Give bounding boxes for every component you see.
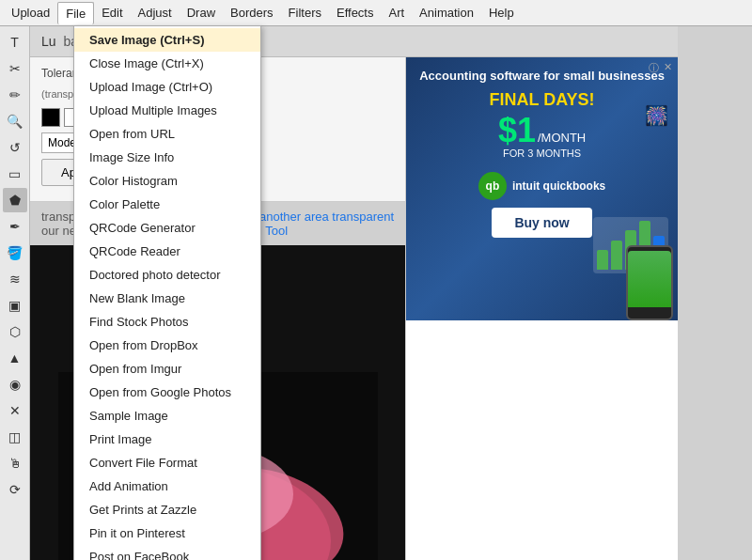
ad-title: Accounting software for small businesses bbox=[419, 69, 665, 83]
menu-item-facebook[interactable]: Post on FaceBook bbox=[74, 545, 260, 560]
qb-text: intuit quickbooks bbox=[512, 179, 605, 193]
menu-item-upload[interactable]: Upload Image (Ctrl+O) bbox=[74, 75, 260, 99]
swatch-black[interactable] bbox=[41, 108, 60, 127]
menu-item-sample[interactable]: Sample Image bbox=[74, 404, 260, 428]
ad-price-period: /MONTH bbox=[538, 131, 586, 145]
menu-item-qrcode-gen[interactable]: QRCode Generator bbox=[74, 216, 260, 240]
menu-item-close[interactable]: Close Image (Ctrl+X) bbox=[74, 52, 260, 75]
file-dropdown-menu: Save Image (Ctrl+S) Close Image (Ctrl+X)… bbox=[73, 25, 261, 560]
menu-item-qrcode-reader[interactable]: QRCode Reader bbox=[74, 240, 260, 263]
menu-help[interactable]: Help bbox=[481, 2, 522, 23]
tool-zoom[interactable]: 🔍 bbox=[3, 109, 27, 133]
right-panel: ⓘ ✕ Accounting software for small busine… bbox=[405, 57, 678, 560]
menu-art[interactable]: Art bbox=[381, 2, 412, 23]
tool-extra3[interactable]: ◫ bbox=[3, 425, 27, 449]
menu-effects[interactable]: Effects bbox=[329, 2, 382, 23]
chart-bar-1 bbox=[597, 250, 608, 270]
tool-hex[interactable]: ⬡ bbox=[3, 319, 27, 344]
menu-item-zazzle[interactable]: Get Prints at Zazzle bbox=[74, 498, 260, 521]
ad-fireworks-decoration: 🎆 bbox=[645, 104, 668, 127]
buy-now-button[interactable]: Buy now bbox=[492, 208, 591, 238]
tool-rect[interactable]: ▭ bbox=[3, 162, 27, 186]
menu-draw[interactable]: Draw bbox=[180, 2, 223, 23]
menu-item-open-dropbox[interactable]: Open from DropBox bbox=[74, 334, 260, 357]
ad-container: ⓘ ✕ Accounting software for small busine… bbox=[406, 57, 678, 320]
tool-fill[interactable]: 🪣 bbox=[3, 241, 27, 265]
ad-final-days: FINAL DAYS! bbox=[490, 90, 595, 110]
menu-file[interactable]: File bbox=[57, 2, 94, 24]
canvas-title: Lu bbox=[41, 34, 56, 49]
ad-phone-screen bbox=[628, 251, 671, 307]
menu-item-convert[interactable]: Convert File Format bbox=[74, 451, 260, 474]
menu-animation[interactable]: Animation bbox=[412, 2, 481, 23]
menu-item-upload-multiple[interactable]: Upload Multiple Images bbox=[74, 99, 260, 122]
tool-extra4[interactable]: 🖱 bbox=[3, 451, 27, 475]
tool-triangle[interactable]: ▲ bbox=[3, 346, 27, 370]
tool-pencil[interactable]: ✏ bbox=[3, 83, 27, 107]
tool-rotate[interactable]: ↺ bbox=[3, 135, 27, 160]
menu-filters[interactable]: Filters bbox=[281, 2, 329, 23]
menu-item-doctored-detector[interactable]: Doctored photo detector bbox=[74, 263, 260, 287]
menu-item-open-google-photos[interactable]: Open from Google Photos bbox=[74, 381, 260, 404]
tool-extra1[interactable]: ◉ bbox=[3, 372, 27, 397]
ad-close-btn[interactable]: ⓘ bbox=[649, 61, 659, 75]
menu-borders[interactable]: Borders bbox=[223, 2, 281, 23]
tool-extra2[interactable]: ✕ bbox=[3, 398, 27, 423]
menu-item-add-animation[interactable]: Add Animation bbox=[74, 474, 260, 498]
menu-item-new-blank[interactable]: New Blank Image bbox=[74, 287, 260, 310]
tool-clone[interactable]: ≋ bbox=[3, 267, 27, 291]
chart-bar-2 bbox=[611, 241, 622, 270]
menu-adjust[interactable]: Adjust bbox=[131, 2, 180, 23]
menu-edit[interactable]: Edit bbox=[94, 2, 130, 23]
ad-price-duration: FOR 3 MONTHS bbox=[503, 148, 581, 159]
menu-item-color-palette[interactable]: Color Palette bbox=[74, 193, 260, 216]
menubar: Upload File Edit Adjust Draw Borders Fil… bbox=[0, 0, 752, 26]
menu-upload[interactable]: Upload bbox=[4, 2, 57, 23]
menu-item-open-url[interactable]: Open from URL bbox=[74, 122, 260, 146]
ad-price: $1 bbox=[498, 114, 536, 148]
tool-polygon[interactable]: ⬟ bbox=[3, 188, 27, 212]
ad-phone-mockup bbox=[626, 245, 673, 320]
menu-item-save[interactable]: Save Image (Ctrl+S) bbox=[74, 28, 260, 52]
menu-item-color-histogram[interactable]: Color Histogram bbox=[74, 169, 260, 193]
ad-logo: qb intuit quickbooks bbox=[478, 172, 605, 200]
menu-item-open-imgur[interactable]: Open from Imgur bbox=[74, 357, 260, 381]
ad-info-icon[interactable]: ✕ bbox=[664, 61, 672, 73]
left-toolbar: T ✂ ✏ 🔍 ↺ ▭ ⬟ ✒ 🪣 ≋ ▣ ⬡ ▲ ◉ ✕ ◫ 🖱 ⟳ bbox=[0, 26, 30, 560]
qb-icon: qb bbox=[478, 172, 507, 200]
menu-item-print[interactable]: Print Image bbox=[74, 428, 260, 451]
tool-pen[interactable]: ✒ bbox=[3, 214, 27, 239]
tool-text[interactable]: T bbox=[3, 30, 27, 54]
menu-item-image-size[interactable]: Image Size Info bbox=[74, 146, 260, 169]
tool-select[interactable]: ✂ bbox=[3, 56, 27, 81]
menu-item-stock-photos[interactable]: Find Stock Photos bbox=[74, 310, 260, 334]
tool-extra5[interactable]: ⟳ bbox=[3, 477, 27, 502]
menu-item-pinterest[interactable]: Pin it on Pinterest bbox=[74, 521, 260, 545]
tool-crop[interactable]: ▣ bbox=[3, 293, 27, 318]
